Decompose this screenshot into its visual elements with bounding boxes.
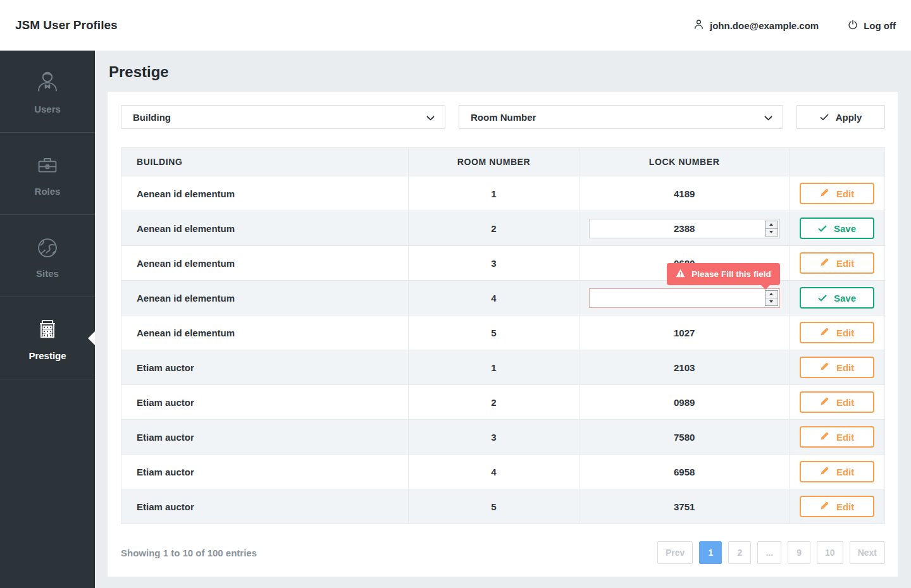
row-button-label: Edit <box>836 328 854 338</box>
sidebar-item-label: Sites <box>36 268 59 279</box>
cell-lock-number: 6958 <box>579 455 790 489</box>
stepper-down-icon[interactable] <box>765 229 778 236</box>
chevron-down-icon <box>764 112 772 123</box>
user-account[interactable]: john.doe@example.com <box>693 19 819 32</box>
table-row: Etiam auctor53751Edit <box>121 489 885 524</box>
row-button-label: Edit <box>836 397 854 408</box>
stepper-up-icon[interactable] <box>765 291 778 298</box>
apply-button[interactable]: Apply <box>796 105 885 129</box>
pencil-icon <box>820 466 829 477</box>
room-number-select-value: Room Number <box>471 112 536 123</box>
user-icon <box>33 69 62 98</box>
number-stepper[interactable] <box>765 290 778 306</box>
building-select[interactable]: Building <box>121 105 445 129</box>
table-row: Aenean id elementum14189Edit <box>121 176 885 211</box>
pagination-1[interactable]: 1 <box>699 541 722 564</box>
cell-actions: Edit <box>790 489 885 524</box>
cell-building: Aenean id elementum <box>121 315 409 350</box>
app-header: JSM User Profiles john.doe@example.com <box>0 0 911 51</box>
building-icon <box>33 315 62 345</box>
cell-actions: Edit <box>790 420 885 455</box>
cell-building: Etiam auctor <box>121 420 409 455</box>
lock-number-input[interactable] <box>591 223 765 234</box>
cell-actions: Save <box>790 211 885 246</box>
cell-building: Etiam auctor <box>121 489 409 524</box>
edit-button[interactable]: Edit <box>800 357 874 378</box>
showing-entries: Showing 1 to 10 of 100 entries <box>121 548 257 558</box>
sidebar-item-label: Prestige <box>28 350 66 361</box>
edit-button[interactable]: Edit <box>800 322 874 343</box>
edit-button[interactable]: Edit <box>800 496 874 517</box>
pagination-next[interactable]: Next <box>850 541 885 564</box>
sidebar-item-roles[interactable]: Roles <box>0 133 95 215</box>
cell-actions: Edit <box>790 350 885 385</box>
cell-building: Aenean id elementum <box>121 176 409 211</box>
table-row: Etiam auctor46958Edit <box>121 455 885 489</box>
cell-room-number: 1 <box>408 176 579 211</box>
apply-button-label: Apply <box>836 112 862 123</box>
row-button-label: Edit <box>836 258 854 269</box>
chevron-down-icon <box>426 112 435 123</box>
pagination-ellipsis[interactable]: ... <box>757 541 781 564</box>
pagination-2[interactable]: 2 <box>728 541 751 564</box>
sidebar-item-sites[interactable]: Sites <box>0 215 95 297</box>
lock-number-input[interactable] <box>591 293 765 303</box>
power-icon <box>848 20 858 32</box>
cell-actions: Save <box>790 281 885 315</box>
sidebar-item-prestige[interactable]: Prestige <box>0 297 95 379</box>
pencil-icon <box>820 501 829 512</box>
cell-actions: Edit <box>790 315 885 350</box>
lock-number-field <box>589 219 780 238</box>
room-number-select[interactable]: Room Number <box>459 105 783 129</box>
column-header-building: BUILDING <box>121 148 409 176</box>
cell-building: Etiam auctor <box>121 455 409 489</box>
pagination-10[interactable]: 10 <box>817 541 843 564</box>
cell-lock-number: 2103 <box>579 350 790 385</box>
check-icon <box>820 112 829 123</box>
edit-button[interactable]: Edit <box>800 252 874 274</box>
save-button[interactable]: Save <box>800 287 874 309</box>
cell-room-number: 3 <box>408 246 579 281</box>
check-icon <box>818 223 827 234</box>
row-button-label: Edit <box>836 188 854 199</box>
cell-room-number: 3 <box>408 420 579 455</box>
cell-actions: Edit <box>790 176 885 211</box>
active-item-indicator <box>88 331 95 345</box>
cell-building: Etiam auctor <box>121 385 409 420</box>
save-button[interactable]: Save <box>800 217 874 239</box>
cell-lock-number: 3751 <box>579 489 790 524</box>
cell-building: Aenean id elementum <box>121 211 409 246</box>
main-content: Prestige Building Room Number <box>95 51 911 588</box>
sidebar-item-users[interactable]: Users <box>0 51 95 133</box>
stepper-up-icon[interactable] <box>765 221 778 229</box>
cell-room-number: 2 <box>408 385 579 420</box>
pencil-icon <box>820 327 829 338</box>
edit-button[interactable]: Edit <box>800 461 874 482</box>
pencil-icon <box>820 362 829 373</box>
table-row: Aenean id elementum51027Edit <box>121 315 885 350</box>
edit-button[interactable]: Edit <box>800 426 874 448</box>
table-row: Aenean id elementum2Save <box>121 211 885 246</box>
globe-icon <box>33 233 62 262</box>
content-card: Building Room Number <box>108 92 898 577</box>
row-button-label: Edit <box>836 432 854 443</box>
layout: UsersRolesSitesPrestige Prestige Buildin… <box>0 51 911 588</box>
app-root: JSM User Profiles john.doe@example.com <box>0 0 911 588</box>
page-title: Prestige <box>109 63 898 81</box>
building-select-value: Building <box>133 112 171 123</box>
row-button-label: Save <box>834 293 856 303</box>
sidebar-item-label: Roles <box>35 186 61 197</box>
pagination-prev[interactable]: Prev <box>657 541 693 564</box>
cell-building: Aenean id elementum <box>121 246 409 281</box>
stepper-down-icon[interactable] <box>765 298 778 305</box>
pagination-9[interactable]: 9 <box>788 541 810 564</box>
edit-button[interactable]: Edit <box>800 183 874 204</box>
cell-room-number: 4 <box>408 281 579 315</box>
logoff-button[interactable]: Log off <box>848 20 896 32</box>
edit-button[interactable]: Edit <box>800 391 874 413</box>
cell-building: Etiam auctor <box>121 350 409 385</box>
cell-room-number: 5 <box>408 315 579 350</box>
cell-lock-number: Please Fill this field <box>579 281 790 315</box>
table-row: Etiam auctor20989Edit <box>121 385 885 420</box>
number-stepper[interactable] <box>765 221 778 236</box>
